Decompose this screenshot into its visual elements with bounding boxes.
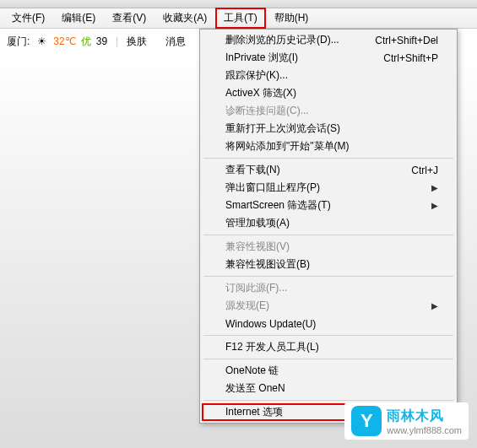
dd-label: 查看下载(N) <box>225 163 280 177</box>
dd-inprivate[interactable]: InPrivate 浏览(I) Ctrl+Shift+P <box>202 49 455 67</box>
dd-label: 删除浏览的历史记录(D)... <box>225 33 339 47</box>
dd-label: SmartScreen 筛选器(T) <box>225 198 331 213</box>
dd-compat-settings[interactable]: 兼容性视图设置(B) <box>202 256 455 273</box>
xiaoxi-link[interactable]: 消息 <box>165 35 186 49</box>
menu-edit[interactable]: 编辑(E) <box>53 8 104 29</box>
dd-subscribe: 订阅此源(F)... <box>202 279 455 297</box>
dd-shortcut: Ctrl+Shift+Del <box>375 35 438 46</box>
dd-label: 兼容性视图设置(B) <box>225 257 310 272</box>
dd-tracking[interactable]: 跟踪保护(K)... <box>202 67 455 84</box>
chevron-right-icon: ▶ <box>431 301 438 310</box>
dd-compat-view: 兼容性视图(V) <box>202 238 455 256</box>
dd-label: Windows Update(U) <box>225 318 316 330</box>
dd-label: InPrivate 浏览(I) <box>225 51 298 65</box>
menu-file[interactable]: 文件(F) <box>3 8 53 29</box>
watermark-url: www.ylmf888.com <box>387 425 462 435</box>
temperature: 32℃ <box>53 35 75 47</box>
chevron-right-icon: ▶ <box>431 201 438 210</box>
dd-label: 发送至 OneN <box>225 381 285 396</box>
dd-label: 诊断连接问题(C)... <box>225 104 309 118</box>
dd-label: 弹出窗口阻止程序(P) <box>225 181 320 195</box>
dd-addons[interactable]: 管理加载项(A) <box>202 214 455 232</box>
dd-smartscreen[interactable]: SmartScreen 筛选器(T) ▶ <box>202 197 455 214</box>
watermark-logo-icon: Y <box>351 406 382 436</box>
dd-f12[interactable]: F12 开发人员工具(L) <box>202 338 455 356</box>
dd-label: Internet 选项 <box>225 405 283 419</box>
dd-delete-history[interactable]: 删除浏览的历史记录(D)... Ctrl+Shift+Del <box>202 31 455 49</box>
dd-popup[interactable]: 弹出窗口阻止程序(P) ▶ <box>202 179 455 197</box>
huanfu-link[interactable]: 换肤 <box>127 35 147 49</box>
dd-label: 订阅此源(F)... <box>225 281 287 295</box>
dd-windows-update[interactable]: Windows Update(U) <box>202 315 455 332</box>
dd-label: ActiveX 筛选(X) <box>225 86 296 100</box>
menu-help[interactable]: 帮助(H) <box>266 8 317 29</box>
dd-reopen[interactable]: 重新打开上次浏览会话(S) <box>202 120 455 138</box>
dd-label: 源发现(E) <box>225 299 269 313</box>
dd-label: 兼容性视图(V) <box>225 240 290 254</box>
dd-shortcut: Ctrl+J <box>411 165 438 176</box>
menu-bar: 文件(F) 编辑(E) 查看(V) 收藏夹(A) 工具(T) 帮助(H) <box>0 8 477 29</box>
menu-favorites[interactable]: 收藏夹(A) <box>154 8 215 29</box>
dd-separator <box>203 335 453 336</box>
tools-dropdown: 删除浏览的历史记录(D)... Ctrl+Shift+Del InPrivate… <box>199 29 458 424</box>
dd-label: F12 开发人员工具(L) <box>225 340 319 354</box>
dd-shortcut: Ctrl+Shift+P <box>383 52 438 64</box>
watermark: Y 雨林木风 www.ylmf888.com <box>344 402 469 440</box>
menu-tools[interactable]: 工具(T) <box>215 8 265 29</box>
dd-label: OneNote 链 <box>225 364 279 378</box>
dd-label: 管理加载项(A) <box>225 216 290 230</box>
dd-separator <box>203 276 453 277</box>
dd-diagnose: 诊断连接问题(C)... <box>202 102 455 120</box>
dd-send-onenote[interactable]: 发送至 OneN <box>202 380 455 397</box>
dd-downloads[interactable]: 查看下载(N) Ctrl+J <box>202 161 455 179</box>
dd-separator <box>203 359 453 359</box>
dd-label: 重新打开上次浏览会话(S) <box>225 121 340 136</box>
weather-icon: ☀ <box>35 35 48 47</box>
watermark-title: 雨林木风 <box>387 408 462 425</box>
dd-addstart[interactable]: 将网站添加到"开始"菜单(M) <box>202 138 455 155</box>
air-quality-value: 39 <box>96 35 107 47</box>
air-quality-label: 优 <box>81 35 91 49</box>
menu-view[interactable]: 查看(V) <box>104 8 154 29</box>
divider: | <box>116 35 118 47</box>
dd-separator <box>203 235 453 235</box>
dd-label: 将网站添加到"开始"菜单(M) <box>225 139 350 154</box>
dd-separator <box>203 400 453 401</box>
chevron-right-icon: ▶ <box>431 183 438 192</box>
city-label: 厦门: <box>7 35 30 49</box>
dd-onenote-link[interactable]: OneNote 链 <box>202 362 455 380</box>
dd-label: 跟踪保护(K)... <box>225 68 288 83</box>
dd-feed-discovery: 源发现(E) ▶ <box>202 297 455 315</box>
dd-separator <box>203 158 453 159</box>
dd-activex[interactable]: ActiveX 筛选(X) <box>202 84 455 102</box>
